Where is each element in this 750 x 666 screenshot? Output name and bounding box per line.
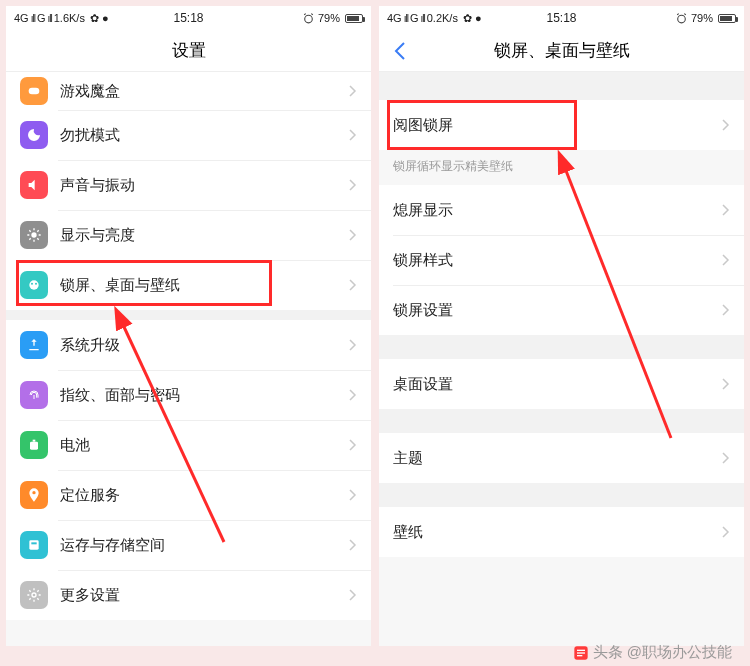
svg-rect-9	[31, 542, 36, 544]
row-label: 指纹、面部与密码	[60, 386, 349, 405]
chevron-right-icon	[722, 204, 730, 216]
row-game-box[interactable]: 游戏魔盒	[6, 72, 371, 110]
row-label: 系统升级	[60, 336, 349, 355]
chevron-right-icon	[349, 85, 357, 97]
row-wallpaper[interactable]: 壁纸	[379, 507, 744, 557]
chevron-right-icon	[349, 229, 357, 241]
chevron-right-icon	[722, 119, 730, 131]
phone-right-lock-wallpaper: 4G ıll G ıll 0.2K/s ✿ ● 15:18 79% 锁屏、桌面与…	[379, 6, 744, 646]
fingerprint-icon	[20, 381, 48, 409]
row-label: 勿扰模式	[60, 126, 349, 145]
brightness-icon	[20, 221, 48, 249]
battery-percent: 79%	[691, 12, 713, 24]
battery-icon	[20, 431, 48, 459]
row-lock-wallpaper[interactable]: 锁屏、桌面与壁纸	[6, 260, 371, 310]
chevron-right-icon	[722, 452, 730, 464]
row-system-update[interactable]: 系统升级	[6, 320, 371, 370]
chevron-right-icon	[349, 539, 357, 551]
section-gap	[379, 72, 744, 100]
chevron-right-icon	[349, 179, 357, 191]
row-label: 运存与存储空间	[60, 536, 349, 555]
location-icon	[20, 481, 48, 509]
system-update-icon	[20, 331, 48, 359]
chevron-right-icon	[349, 489, 357, 501]
sound-icon	[20, 171, 48, 199]
row-label: 电池	[60, 436, 349, 455]
section-caption: 锁屏循环显示精美壁纸	[379, 150, 744, 185]
watermark-text: 头条 @职场办公技能	[593, 643, 732, 662]
chevron-right-icon	[722, 304, 730, 316]
nav-header: 设置	[6, 30, 371, 72]
page-title: 设置	[172, 39, 206, 62]
row-label: 熄屏显示	[393, 201, 722, 220]
row-storage[interactable]: 运存与存储空间	[6, 520, 371, 570]
page-title: 锁屏、桌面与壁纸	[494, 39, 630, 62]
row-battery[interactable]: 电池	[6, 420, 371, 470]
svg-point-4	[31, 283, 33, 285]
svg-point-11	[678, 15, 686, 23]
row-label: 壁纸	[393, 523, 722, 542]
chevron-right-icon	[722, 254, 730, 266]
row-label: 更多设置	[60, 586, 349, 605]
row-sound-vibration[interactable]: 声音与振动	[6, 160, 371, 210]
game-box-icon	[20, 77, 48, 105]
svg-rect-8	[29, 540, 38, 549]
chevron-right-icon	[349, 589, 357, 601]
row-label: 声音与振动	[60, 176, 349, 195]
row-aod[interactable]: 熄屏显示	[379, 185, 744, 235]
section-gap	[379, 335, 744, 359]
svg-rect-6	[30, 442, 38, 450]
chevron-right-icon	[722, 526, 730, 538]
wallpaper-icon	[20, 271, 48, 299]
row-label: 锁屏样式	[393, 251, 722, 270]
svg-point-2	[31, 232, 36, 237]
svg-rect-14	[577, 652, 585, 653]
row-fingerprint-password[interactable]: 指纹、面部与密码	[6, 370, 371, 420]
battery-icon	[343, 14, 363, 23]
row-label: 显示与亮度	[60, 226, 349, 245]
svg-rect-15	[577, 655, 582, 656]
chevron-right-icon	[349, 129, 357, 141]
row-label: 游戏魔盒	[60, 82, 349, 101]
row-label: 定位服务	[60, 486, 349, 505]
svg-rect-1	[29, 88, 40, 95]
do-not-disturb-icon	[20, 121, 48, 149]
battery-percent: 79%	[318, 12, 340, 24]
chevron-right-icon	[349, 389, 357, 401]
row-yuetu-lockscreen[interactable]: 阅图锁屏	[379, 100, 744, 150]
watermark: 头条 @职场办公技能	[573, 643, 732, 662]
row-label: 阅图锁屏	[393, 116, 722, 135]
row-do-not-disturb[interactable]: 勿扰模式	[6, 110, 371, 160]
row-location[interactable]: 定位服务	[6, 470, 371, 520]
nav-header: 锁屏、桌面与壁纸	[379, 30, 744, 72]
row-desktop-settings[interactable]: 桌面设置	[379, 359, 744, 409]
svg-point-10	[32, 593, 36, 597]
svg-point-3	[29, 280, 38, 289]
row-lock-settings[interactable]: 锁屏设置	[379, 285, 744, 335]
svg-rect-13	[577, 649, 585, 650]
row-label: 桌面设置	[393, 375, 722, 394]
chevron-right-icon	[349, 339, 357, 351]
alarm-icon	[675, 12, 688, 25]
storage-icon	[20, 531, 48, 559]
chevron-right-icon	[349, 279, 357, 291]
svg-point-0	[305, 15, 313, 23]
row-lock-style[interactable]: 锁屏样式	[379, 235, 744, 285]
toutiao-icon	[573, 645, 589, 661]
row-label: 主题	[393, 449, 722, 468]
phone-left-settings: 4G ıll G ıll 1.6K/s ✿ ● 15:18 79% 设置	[6, 6, 371, 646]
svg-rect-7	[33, 440, 36, 442]
back-button[interactable]	[389, 40, 411, 62]
row-theme[interactable]: 主题	[379, 433, 744, 483]
battery-icon	[716, 14, 736, 23]
section-gap	[6, 310, 371, 320]
section-gap	[379, 409, 744, 433]
section-gap	[379, 483, 744, 507]
svg-point-5	[35, 283, 37, 285]
more-settings-icon	[20, 581, 48, 609]
row-more-settings[interactable]: 更多设置	[6, 570, 371, 620]
chevron-right-icon	[349, 439, 357, 451]
alarm-icon	[302, 12, 315, 25]
chevron-right-icon	[722, 378, 730, 390]
row-display-brightness[interactable]: 显示与亮度	[6, 210, 371, 260]
